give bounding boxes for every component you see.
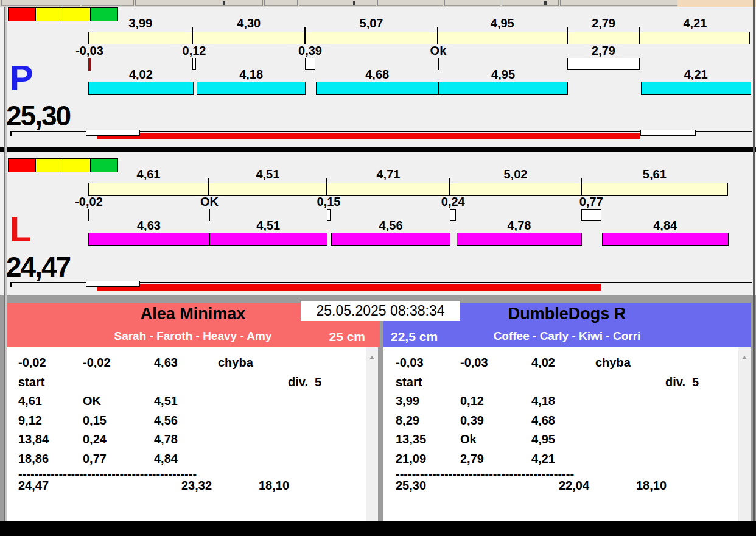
- section-time-label: 4,21: [684, 68, 708, 80]
- toolbar-button[interactable]: [502, 0, 559, 6]
- split-segment: [438, 32, 567, 44]
- scroll-up-icon[interactable]: [369, 356, 374, 359]
- status-lights: [9, 7, 118, 21]
- split-time-label: 4,95: [491, 17, 514, 29]
- bottom-bar: [0, 521, 756, 536]
- table-cell-fault: 0,77: [83, 452, 107, 465]
- fault-label: 0,39: [298, 44, 322, 57]
- ok-marker-line: [438, 58, 439, 70]
- table-cell-time: -0,02: [18, 356, 46, 369]
- section-bar: [457, 233, 581, 246]
- toolbar-button[interactable]: [135, 0, 263, 6]
- table-cell-sum: 23,32: [181, 479, 212, 492]
- table-cell-time: 8,29: [396, 414, 419, 427]
- scroll-up-icon[interactable]: [742, 356, 747, 359]
- table-cell-fault: Ok: [460, 432, 477, 446]
- table-cell-section: 4,18: [531, 394, 555, 407]
- table-cell-time: start: [396, 375, 422, 389]
- status-lights: [9, 158, 118, 172]
- progress-start-tick: [10, 131, 12, 136]
- toolbar-button[interactable]: [82, 0, 134, 6]
- table-cell-section: 4,51: [154, 394, 178, 407]
- window-edge-left-highlight: [5, 7, 7, 521]
- lane-total-time: 25,30: [6, 102, 70, 130]
- table-cell-section: 4,95: [531, 432, 555, 446]
- section-time-label: 4,18: [239, 68, 263, 80]
- split-boundary-tick: [326, 178, 327, 183]
- table-cell-section: 4,56: [154, 414, 178, 427]
- status-light: [8, 158, 36, 172]
- section-bar: [88, 233, 209, 246]
- split-segment: [640, 32, 750, 44]
- progress-red-bar: [97, 284, 601, 291]
- table-cell-section: 4,68: [531, 414, 555, 427]
- toolbar-button-glyph-fragment: [353, 1, 355, 5]
- table-cell-best: 18,10: [636, 479, 667, 492]
- scrollbar[interactable]: [738, 347, 751, 521]
- section-time-label: 4,63: [137, 219, 161, 231]
- table-cell-fault: 0,39: [460, 414, 484, 427]
- table-cell-fault: 0,15: [83, 414, 107, 427]
- results-table-left[interactable]: -0,02-0,024,63chybastartdiv. 54,61OK4,51…: [6, 347, 378, 521]
- results-table-right[interactable]: -0,03-0,034,02chybastartdiv. 53,990,124,…: [383, 347, 751, 521]
- lane-letter: P: [10, 60, 33, 96]
- table-cell-div: div. 5: [665, 375, 699, 389]
- lane-letter: L: [10, 211, 31, 247]
- table-cell-time: 21,09: [396, 452, 426, 465]
- split-segment: [305, 32, 438, 44]
- split-boundary-tick: [567, 27, 568, 32]
- progress-white-box-left: [86, 130, 140, 136]
- split-time-label: 2,79: [592, 17, 615, 29]
- fault-marker-box: [450, 209, 456, 221]
- false-start-marker: [88, 58, 91, 71]
- section-bar: [438, 82, 568, 95]
- split-time-label: 4,71: [376, 168, 400, 180]
- split-time-label: 3,99: [128, 17, 152, 29]
- toolbar-button[interactable]: [264, 0, 298, 6]
- toolbar-button[interactable]: [1, 0, 80, 6]
- results-section: Alea Minimax Sarah - Faroth - Heavy - Am…: [0, 295, 756, 536]
- table-cell-section: 4,84: [154, 452, 178, 465]
- split-segment: [567, 32, 640, 44]
- split-segment: [192, 32, 305, 44]
- table-cell-sum: 22,04: [559, 479, 589, 492]
- split-time-label: 5,61: [643, 168, 667, 180]
- status-light: [8, 7, 36, 21]
- table-cell-note: chyba: [218, 356, 253, 369]
- table-cell-time: 9,12: [18, 414, 42, 427]
- split-time-label: 4,51: [256, 168, 279, 180]
- table-cell-section: 4,02: [531, 356, 555, 369]
- table-cell-fault: 2,79: [460, 452, 484, 465]
- table-cell-time: 13,84: [18, 432, 49, 446]
- status-light: [63, 7, 91, 21]
- fault-label: 0,24: [441, 196, 465, 208]
- toolbar-button[interactable]: [377, 0, 443, 6]
- table-cell-time: 4,61: [18, 394, 42, 407]
- table-cell-time: 13,35: [396, 432, 426, 446]
- fault-label: Ok: [430, 44, 447, 57]
- toolbar-button[interactable]: [299, 0, 376, 6]
- table-cell-section: 4,21: [531, 452, 555, 465]
- progress-red-bar: [97, 133, 640, 139]
- section-bar: [641, 82, 751, 95]
- table-cell-fault: -0,03: [460, 356, 488, 369]
- toolbar-button[interactable]: [444, 0, 500, 6]
- fault-marker-box: [327, 209, 331, 221]
- split-time-label: 4,61: [137, 168, 161, 180]
- toolbar-button[interactable]: [560, 0, 679, 6]
- section-time-label: 4,56: [379, 219, 403, 231]
- status-light: [35, 158, 63, 172]
- section-time-label: 4,68: [365, 68, 389, 80]
- split-time-label: 5,07: [360, 17, 383, 29]
- table-cell-best: 18,10: [259, 479, 289, 492]
- split-segment: [209, 183, 327, 196]
- table-cell-div: div. 5: [288, 375, 321, 389]
- split-segment: [88, 32, 192, 44]
- section-time-label: 4,95: [491, 68, 515, 80]
- clock: 25.05.2025 08:38:34: [301, 301, 460, 321]
- split-boundary-tick: [639, 27, 640, 32]
- jump-height-badge: 25 cm: [329, 330, 365, 344]
- section-time-label: 4,78: [508, 219, 531, 231]
- window-edge-right: [753, 0, 755, 521]
- scrollbar[interactable]: [366, 347, 378, 521]
